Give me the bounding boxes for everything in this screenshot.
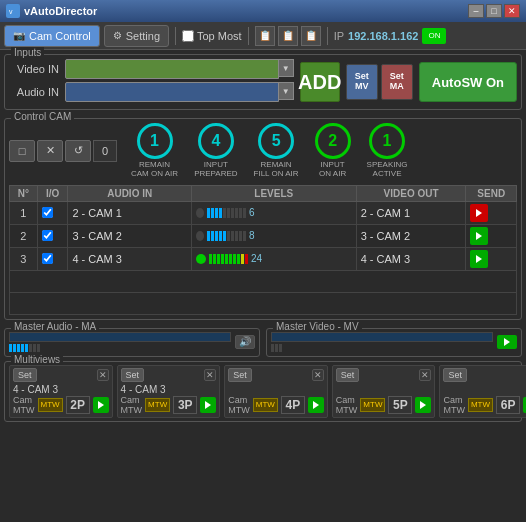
row3-audio: 4 - CAM 3 [68, 247, 192, 270]
master-audio-segs [9, 344, 231, 352]
row3-send-btn[interactable] [470, 250, 488, 268]
mv-2-cam-label: 4 - CAM 3 [121, 384, 217, 395]
minimize-button[interactable]: – [468, 4, 484, 18]
indicator-2-label: INPUTPREPARED [194, 161, 237, 179]
cam-new-btn[interactable]: □ [9, 140, 35, 162]
header-send: SEND [466, 185, 517, 201]
row2-level-bar: 8 [196, 230, 352, 241]
mv-4-set-btn[interactable]: Set [336, 368, 360, 382]
mv-1-cam-row: Cam MTW MTW 2P [13, 395, 109, 415]
mv-item-5-top: Set ✕ [443, 368, 526, 382]
mv-item-2-top: Set ✕ [121, 368, 217, 382]
close-button[interactable]: ✕ [504, 4, 520, 18]
seg [271, 344, 274, 352]
row2-check-input[interactable] [42, 230, 53, 241]
mv-1-mtw: MTW [38, 398, 63, 412]
video-in-label: Video IN [9, 63, 59, 75]
separator2 [248, 27, 249, 45]
row3-check-input[interactable] [42, 253, 53, 264]
row3-level-bar: 24 [196, 253, 352, 264]
video-in-value[interactable] [65, 59, 279, 79]
icon-btn-1[interactable]: 📋 [255, 26, 275, 46]
table-row-empty [10, 292, 517, 314]
mv-3-x-btn[interactable]: ✕ [312, 369, 324, 381]
seg [235, 208, 238, 218]
mv-2-x-btn[interactable]: ✕ [204, 369, 216, 381]
table-header-row: N° I/O AUDIO IN LEVELS VIDEO OUT SEND [10, 185, 517, 201]
icon-btn-2[interactable]: 📋 [278, 26, 298, 46]
set-ma-button[interactable]: SetMA [381, 64, 413, 100]
row3-io [37, 247, 68, 270]
mv-1-set-btn[interactable]: Set [13, 368, 37, 382]
mv-4-x-btn[interactable]: ✕ [419, 369, 431, 381]
mv-5-cam-name: Cam MTW [443, 395, 465, 415]
audio-in-arrow[interactable]: ▼ [278, 82, 294, 100]
top-most-checkbox[interactable]: Top Most [182, 30, 242, 42]
seg [21, 344, 24, 352]
add-button[interactable]: ADD [300, 62, 340, 102]
seg [227, 208, 230, 218]
row3-checkbox[interactable] [42, 253, 64, 264]
row2-segs [207, 231, 246, 241]
seg [211, 231, 214, 241]
row2-io [37, 224, 68, 247]
indicator-2-circle: 4 [198, 123, 234, 159]
row2-video: 3 - CAM 2 [356, 224, 466, 247]
video-in-control: ▼ [65, 59, 294, 79]
multiviews-section: Multiviews Set ✕ 4 - CAM 3 Cam MTW MTW 2… [4, 361, 522, 422]
cam-count: 0 [93, 140, 117, 162]
cam-delete-btn[interactable]: ✕ [37, 140, 63, 162]
row1-checkbox[interactable] [42, 207, 64, 218]
seg [9, 344, 12, 352]
table-row: 2 3 - CAM 2 [10, 224, 517, 247]
mv-4-cam-label [336, 384, 432, 395]
inputs-left: Video IN ▼ Audio IN ▼ [9, 59, 294, 105]
set-mv-button[interactable]: SetMV [346, 64, 378, 100]
mv-2-set-btn[interactable]: Set [121, 368, 145, 382]
mv-4-play-btn[interactable] [415, 397, 431, 413]
audio-in-label: Audio IN [9, 86, 59, 98]
mv-1-x-btn[interactable]: ✕ [97, 369, 109, 381]
row3-active-indicator [196, 254, 206, 264]
mv-1-cam-name: Cam MTW [13, 395, 35, 415]
master-audio-speaker-btn[interactable]: 🔊 [235, 335, 255, 349]
autosw-button[interactable]: AutoSW On [419, 62, 517, 102]
row1-send-btn[interactable] [470, 204, 488, 222]
seg [211, 208, 214, 218]
inputs-right: ADD [300, 59, 340, 105]
row1-level-bar: 6 [196, 207, 352, 218]
row3-send[interactable] [466, 247, 517, 270]
mv-item-1-top: Set ✕ [13, 368, 109, 382]
row2-level-num: 8 [249, 230, 255, 241]
mv-2-play-btn[interactable] [200, 397, 216, 413]
video-in-arrow[interactable]: ▼ [278, 59, 294, 77]
row1-send[interactable] [466, 201, 517, 224]
row1-check-input[interactable] [42, 207, 53, 218]
mv-3-cam-name: Cam MTW [228, 395, 250, 415]
table-row: 1 2 - CAM 1 [10, 201, 517, 224]
cam-control-label: Cam Control [29, 30, 91, 42]
audio-in-value[interactable] [65, 82, 279, 102]
row2-checkbox[interactable] [42, 230, 64, 241]
seg [17, 344, 20, 352]
seg [209, 254, 212, 264]
mv-5-set-btn[interactable]: Set [443, 368, 467, 382]
setting-tab[interactable]: ⚙ Setting [104, 25, 169, 47]
cam-control-tab[interactable]: 📷 Cam Control [4, 25, 100, 47]
indicator-remain-cam-on-air: 1 REMAINCAM ON AIR [131, 123, 178, 179]
mv-1-play-btn[interactable] [93, 397, 109, 413]
indicator-3-circle: 5 [258, 123, 294, 159]
icon-btn-3[interactable]: 📋 [301, 26, 321, 46]
master-audio-inner: 🔊 [9, 332, 255, 352]
mv-3-cam-label [228, 384, 324, 395]
row3-n: 3 [10, 247, 38, 270]
mv-4-cam-name: Cam MTW [336, 395, 358, 415]
mv-3-set-btn[interactable]: Set [228, 368, 252, 382]
maximize-button[interactable]: □ [486, 4, 502, 18]
mv-3-play-btn[interactable] [308, 397, 324, 413]
master-video-play-btn[interactable] [497, 335, 517, 349]
row2-send-btn[interactable] [470, 227, 488, 245]
row2-send[interactable] [466, 224, 517, 247]
top-most-input[interactable] [182, 30, 194, 42]
cam-refresh-btn[interactable]: ↺ [65, 140, 91, 162]
